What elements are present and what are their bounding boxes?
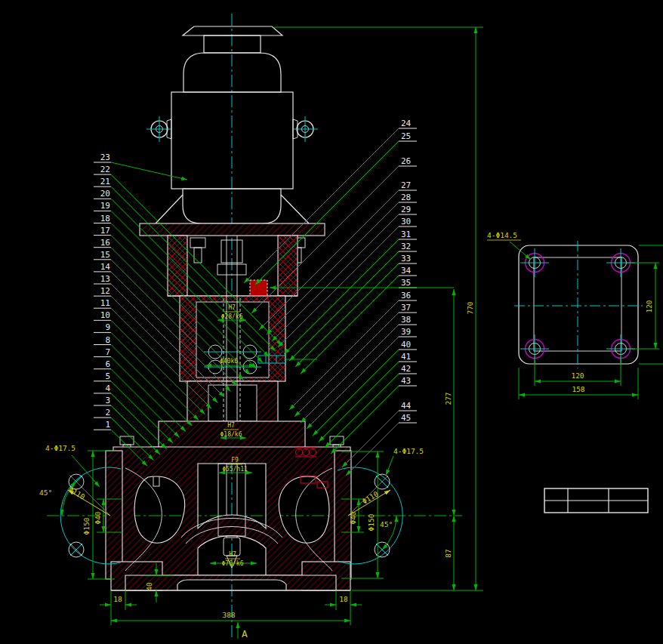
fit-upper-shaft-top: H7 [228, 304, 236, 311]
callout-label: 44 [401, 401, 412, 411]
callout-label: 35 [401, 278, 411, 288]
eye-bolt-left [146, 116, 172, 142]
callout-label: 8 [105, 335, 110, 345]
callout-leader [342, 411, 399, 467]
callout-leader [111, 357, 186, 432]
callout-label: 11 [100, 298, 110, 308]
callout-label: 41 [401, 352, 411, 362]
callout-label: 27 [401, 180, 411, 190]
callout-label: 10 [100, 310, 110, 320]
callout-label: 43 [401, 376, 411, 386]
fit-seal-top: F9 [231, 457, 239, 464]
callout-label: 36 [401, 291, 411, 300]
callout-leader [301, 325, 399, 423]
dim-discharge-bolts: 4-Φ17.5 [393, 447, 424, 455]
callout-label: 30 [401, 217, 411, 226]
dim-detail-width: 158 [572, 385, 584, 393]
dim-upper-span: 277 [444, 392, 452, 405]
callout-label: 7 [105, 347, 110, 357]
dim-base-span: 87 [444, 549, 452, 557]
dim-suction-bolt-circle: Φ110 [67, 485, 87, 501]
dim-discharge-bore: Φ40 [349, 511, 357, 524]
callout-label: 33 [401, 254, 411, 263]
dim-discharge-bolt-circle: Φ110 [361, 489, 381, 505]
callout-label: 17 [100, 226, 110, 236]
dim-suction-angle: 45° [39, 488, 52, 497]
callout-label: 22 [100, 165, 110, 174]
fit-seal-bottom: Φ55/h11 [222, 466, 248, 473]
callout-label: 3 [105, 396, 110, 405]
callout-leader [301, 276, 399, 374]
callout-label: 19 [100, 201, 110, 211]
callout-leader [289, 300, 399, 410]
callout-leader [307, 337, 399, 429]
dim-suction-bolts: 4-Φ17.5 [45, 444, 76, 452]
callout-label: 12 [100, 286, 110, 296]
callout-label: 25 [401, 131, 411, 141]
stand-bolt-left [190, 238, 205, 263]
callout-label: 31 [401, 230, 411, 239]
dim-right-foot: 18 [339, 595, 348, 603]
callout-leader [325, 374, 399, 448]
dim-base-width: 388 [222, 611, 235, 619]
callout-label: 14 [100, 262, 111, 272]
callout-label: 1 [105, 420, 110, 430]
callout-leader [111, 162, 187, 180]
callout-leader [244, 128, 399, 283]
fit-upper-shaft-bottom: Φ28/k6 [221, 313, 243, 320]
fit-impeller-ring-top: H7 [229, 551, 236, 558]
seal-chamber [208, 385, 257, 421]
callout-label: 37 [401, 303, 411, 313]
callout-label: 16 [100, 238, 110, 248]
callout-label: 42 [401, 364, 411, 374]
callout-label: 40 [401, 340, 411, 350]
dim-discharge-outer: Φ150 [367, 513, 375, 531]
callout-label: 20 [100, 189, 110, 199]
callout-label: 2 [105, 408, 110, 418]
dim-detail-horizontal-pitch: 120 [571, 371, 584, 380]
callout-label: 18 [100, 214, 110, 223]
callout-leader [111, 381, 173, 443]
section-label: A [242, 628, 248, 639]
callout-label: 34 [401, 266, 412, 276]
fit-sleeve-top: H7 [227, 422, 235, 429]
callout-label: 45 [401, 413, 411, 423]
callout-label: 21 [100, 177, 110, 186]
callout-label: 32 [401, 242, 411, 251]
dim-overall-height: 770 [466, 301, 474, 314]
dim-discharge-angle: 45° [380, 520, 393, 528]
callout-label: 29 [401, 205, 411, 214]
callout-label: 28 [401, 193, 411, 202]
callout-label: 6 [105, 359, 110, 369]
callout-label: 15 [100, 250, 110, 260]
suction-flange-section [106, 451, 122, 579]
callout-label: 9 [105, 322, 110, 332]
callout-label: 26 [401, 156, 411, 166]
callout-label: 13 [100, 274, 110, 284]
dim-base-plate: 40 [145, 582, 153, 591]
callout-label: 4 [105, 384, 110, 393]
dim-suction-bore: Φ40 [94, 511, 102, 524]
callout-leader [319, 362, 399, 442]
callout-label: 23 [100, 153, 110, 162]
callout-label: 5 [105, 371, 110, 381]
dim-suction-outer: Φ150 [82, 517, 91, 535]
fit-impeller-ring-bottom: Φ70/k6 [222, 560, 244, 567]
dim-left-foot: 18 [113, 595, 122, 603]
fit-sleeve-bottom: Φ18/k6 [220, 431, 242, 438]
callout-leader [255, 141, 399, 285]
callout-leader [295, 263, 399, 367]
callout-leader [289, 251, 399, 361]
callout-label: 39 [401, 327, 411, 337]
eye-bolt-right [292, 116, 318, 142]
callout-leader [313, 350, 399, 436]
callout-label: 38 [401, 315, 411, 325]
pump-section-drawing: 2322212019181716151413121110987654321242… [0, 0, 663, 644]
base-plate [125, 575, 336, 590]
dim-detail-vertical-pitch: 120 [645, 300, 653, 313]
title-block [544, 488, 648, 513]
callout-label: 24 [401, 119, 412, 128]
fit-bearing: Φ40k6 [220, 358, 238, 365]
callout-leader [251, 166, 399, 313]
cad-drawing-canvas: 2322212019181716151413121110987654321242… [0, 0, 663, 644]
